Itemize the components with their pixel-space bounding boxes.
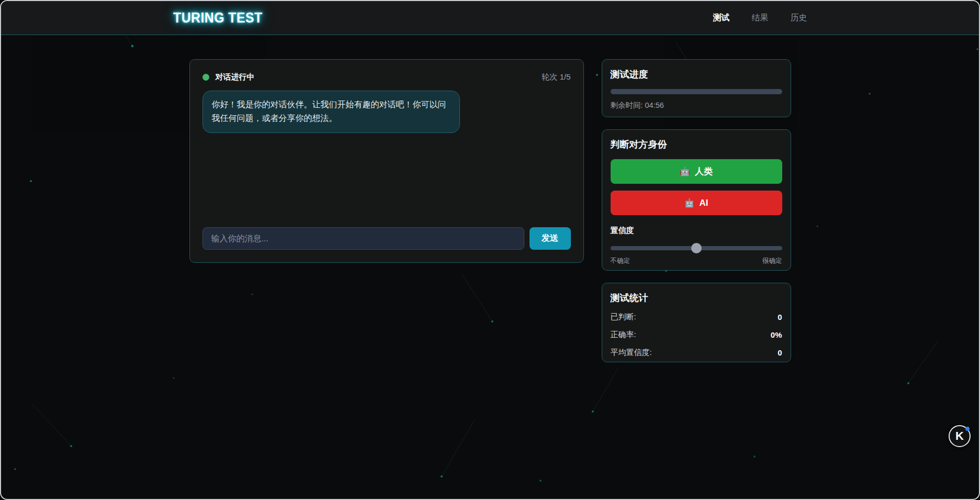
progress-panel: 测试进度 剩余时间: 04:56 (602, 59, 791, 117)
stat-row-judged: 已判断: 0 (611, 312, 782, 322)
ai-button[interactable]: 🤖 AI (611, 191, 782, 215)
k-badge-letter: K (955, 429, 964, 443)
stat-row-accuracy: 正确率: 0% (611, 330, 782, 340)
message-input[interactable] (202, 227, 524, 250)
remaining-time-label: 剩余时间: 04:56 (611, 101, 782, 110)
stat-label: 正确率: (611, 330, 636, 340)
robot-icon: 🤖 (684, 198, 695, 208)
nav-item-history[interactable]: 历史 (791, 13, 807, 24)
round-counter: 轮次 1/5 (542, 72, 570, 82)
slider-labels: 不确定 很确定 (611, 257, 782, 265)
stat-value: 0% (771, 330, 782, 339)
stat-value: 0 (778, 348, 782, 357)
human-button-label: 人类 (695, 165, 713, 177)
message-list: 你好！我是你的对话伙伴。让我们开始有趣的对话吧！你可以问我任何问题，或者分享你的… (202, 82, 571, 227)
chat-header: 对话进行中 轮次 1/5 (202, 72, 571, 82)
header: TURING TEST 测试 结果 历史 (1, 1, 979, 35)
robot-icon: 🤖 (680, 166, 690, 176)
chat-panel: 对话进行中 轮次 1/5 你好！我是你的对话伙伴。让我们开始有趣的对话吧！你可以… (189, 59, 584, 263)
judge-panel-title: 判断对方身份 (611, 138, 782, 151)
main-nav: 测试 结果 历史 (713, 13, 807, 24)
human-button[interactable]: 🤖 人类 (611, 159, 782, 184)
main-content: 对话进行中 轮次 1/5 你好！我是你的对话伙伴。让我们开始有趣的对话吧！你可以… (189, 59, 791, 362)
stats-panel-title: 测试统计 (611, 292, 782, 304)
nav-item-results[interactable]: 结果 (752, 13, 769, 24)
stat-value: 0 (778, 313, 782, 321)
app-logo: TURING TEST (173, 10, 263, 26)
stats-panel: 测试统计 已判断: 0 正确率: 0% 平均置信度: 0 (602, 283, 791, 362)
stat-row-avg-confidence: 平均置信度: 0 (611, 348, 782, 358)
slider-min-label: 不确定 (611, 257, 630, 265)
slider-thumb[interactable] (691, 243, 702, 253)
confidence-label: 置信度 (611, 226, 782, 236)
status-dot-icon (202, 74, 209, 81)
progress-bar (611, 89, 782, 94)
nav-item-test[interactable]: 测试 (713, 13, 730, 24)
progress-panel-title: 测试进度 (611, 68, 782, 81)
sidebar: 测试进度 剩余时间: 04:56 判断对方身份 🤖 人类 🤖 AI 置信度 (602, 59, 791, 362)
chat-message-bubble: 你好！我是你的对话伙伴。让我们开始有趣的对话吧！你可以问我任何问题，或者分享你的… (202, 91, 460, 133)
judge-panel: 判断对方身份 🤖 人类 🤖 AI 置信度 不确定 很确定 (602, 129, 791, 271)
k-watermark-badge[interactable]: K (949, 425, 971, 447)
chat-input-row: 发送 (202, 227, 571, 250)
confidence-slider[interactable] (611, 243, 782, 253)
send-button[interactable]: 发送 (530, 227, 571, 250)
app-viewport: TURING TEST 测试 结果 历史 对话进行中 轮次 1/5 你好！我是你… (0, 0, 980, 500)
blue-dot-icon (965, 427, 970, 431)
slider-max-label: 很确定 (762, 257, 782, 265)
stat-label: 平均置信度: (611, 348, 652, 358)
chat-status-label: 对话进行中 (216, 72, 255, 82)
stat-label: 已判断: (611, 312, 636, 322)
ai-button-label: AI (699, 198, 708, 208)
